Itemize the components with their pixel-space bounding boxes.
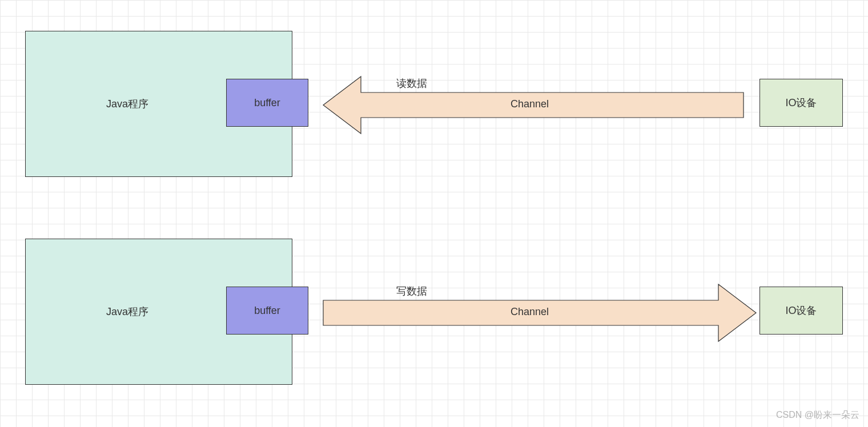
io-device-label-bottom: IO设备 [785, 304, 817, 317]
java-program-label-bottom: Java程序 [106, 305, 148, 319]
read-data-label: 读数据 [396, 76, 427, 90]
channel-label-bottom: Channel [511, 306, 549, 318]
io-device-box-top: IO设备 [760, 79, 843, 127]
buffer-box-bottom: buffer [226, 287, 308, 335]
buffer-label-bottom: buffer [254, 305, 280, 317]
write-data-label: 写数据 [396, 284, 427, 298]
buffer-box-top: buffer [226, 79, 308, 127]
io-device-box-bottom: IO设备 [760, 287, 843, 335]
channel-label-top: Channel [511, 98, 549, 110]
io-device-label-top: IO设备 [785, 96, 817, 110]
watermark-label: CSDN @盼来一朵云 [776, 409, 859, 421]
java-program-label-top: Java程序 [106, 97, 148, 111]
buffer-label-top: buffer [254, 97, 280, 109]
